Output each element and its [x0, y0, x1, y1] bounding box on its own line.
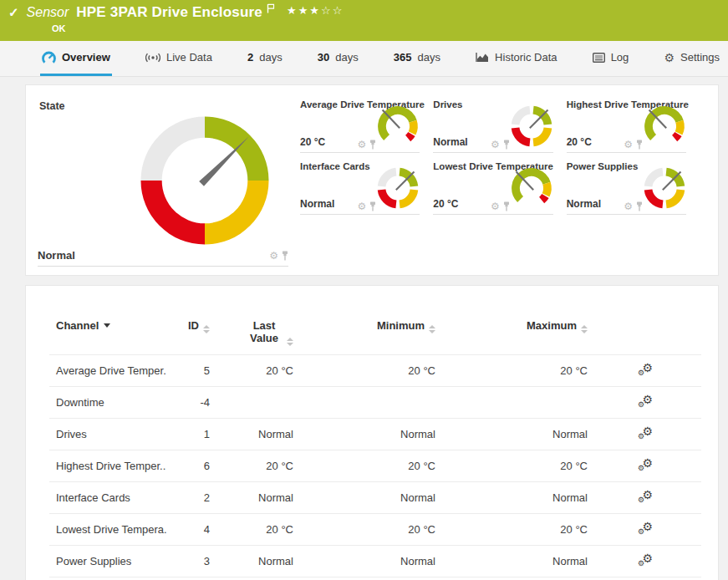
channel-settings-icon[interactable]: ⚙⚙	[638, 521, 653, 535]
channel-id: 4	[166, 514, 216, 546]
channels-panel: Channel ID Last Value Minimum Maximum Av…	[25, 285, 719, 580]
channel-id: -4	[166, 387, 216, 419]
pin-icon[interactable]	[369, 140, 376, 150]
pin-icon[interactable]	[503, 140, 510, 150]
small-gauges-grid: Average Drive Temperature 20 °C ⚙ Drives	[300, 97, 686, 267]
channel-settings-icon[interactable]: ⚙⚙	[638, 363, 653, 376]
column-header-minimum[interactable]: Minimum	[300, 316, 442, 355]
gauge-label: State	[39, 100, 65, 112]
tab-overview[interactable]: Overview	[40, 41, 112, 76]
object-kind-label: Sensor	[27, 5, 69, 20]
gauge-cell-drives: Drives Normal ⚙	[433, 97, 552, 153]
channel-maximum: Normal	[442, 482, 594, 514]
channel-last-value: 20 °C	[216, 514, 300, 546]
table-row: Lowest Drive Tempera... 4 20 °C 20 °C 20…	[49, 514, 701, 546]
channel-name: Drives	[49, 419, 166, 450]
tab-live-data[interactable]: Live Data	[144, 41, 214, 76]
sort-icon	[203, 325, 210, 333]
pin-icon[interactable]	[282, 251, 288, 261]
gear-icon[interactable]: ⚙	[358, 140, 367, 150]
channel-last-value: Normal	[216, 546, 300, 577]
pin-icon[interactable]	[503, 201, 510, 211]
temperature-gauge	[510, 166, 553, 210]
gauge-icon	[42, 51, 56, 64]
gear-icon[interactable]: ⚙	[269, 251, 278, 261]
temperature-gauge	[376, 104, 420, 148]
channel-settings-icon[interactable]: ⚙⚙	[638, 490, 653, 503]
channel-settings-icon[interactable]: ⚙⚙	[638, 394, 653, 408]
channel-minimum: Normal	[300, 546, 442, 577]
gear-icon[interactable]: ⚙	[624, 140, 633, 150]
channel-last-value: 20 °C	[216, 450, 300, 482]
broadcast-icon	[145, 52, 160, 64]
gauge-value: Normal	[300, 198, 334, 210]
gauge-value: Normal	[38, 249, 75, 262]
pin-icon[interactable]	[636, 201, 643, 211]
tab-settings[interactable]: ⚙ Settings	[662, 41, 721, 76]
gauge-value: 20 °C	[567, 136, 592, 148]
channel-name: Power Supplies	[49, 546, 166, 577]
table-row: State 0 Normal Normal Normal ⚙⚙	[49, 577, 701, 580]
channel-id: 3	[166, 546, 216, 577]
gauges-panel: State Normal ⚙ Average Drive Temperature	[25, 84, 719, 276]
state-gauge	[135, 110, 275, 251]
channel-name: Average Drive Temper...	[49, 355, 166, 387]
gauge-label: Drives	[433, 99, 462, 109]
sort-desc-icon	[104, 323, 110, 328]
channel-minimum: Normal	[300, 419, 442, 450]
channel-settings-icon[interactable]: ⚙⚙	[638, 553, 653, 567]
column-header-id[interactable]: ID	[166, 316, 216, 355]
pin-icon[interactable]	[636, 140, 643, 150]
gauge-label: Interface Cards	[300, 161, 370, 171]
gear-icon[interactable]: ⚙	[491, 140, 500, 150]
channel-settings-icon[interactable]: ⚙⚙	[638, 426, 653, 440]
gear-icon[interactable]: ⚙	[491, 201, 500, 211]
gauge-cell-state: State Normal ⚙	[38, 94, 288, 267]
gear-icon[interactable]: ⚙	[624, 201, 633, 211]
tab-2-days[interactable]: 2 days	[246, 41, 284, 76]
channel-last-value: 20 °C	[216, 355, 300, 387]
table-row: Downtime -4 ⚙⚙	[49, 387, 701, 419]
gauge-value: Normal	[433, 136, 467, 148]
priority-stars[interactable]: ★★★☆☆	[287, 4, 344, 17]
channel-id: 6	[166, 450, 216, 482]
quadrant-gauge	[376, 166, 420, 210]
gauge-value: 20 °C	[433, 198, 458, 210]
channel-maximum: 20 °C	[442, 450, 594, 482]
sort-icon	[581, 325, 588, 333]
channel-id: 0	[166, 577, 216, 580]
temperature-gauge	[643, 104, 686, 148]
column-header-maximum[interactable]: Maximum	[442, 316, 594, 355]
tab-365-days[interactable]: 365 days	[392, 41, 442, 76]
channel-maximum: Normal	[442, 577, 594, 580]
tab-30-days[interactable]: 30 days	[316, 41, 360, 76]
sensor-header: ✓ Sensor HPE 3PAR Drive Enclosure ★★★☆☆ …	[0, 0, 728, 41]
table-row: Interface Cards 2 Normal Normal Normal ⚙…	[49, 482, 701, 514]
channel-maximum: Normal	[442, 419, 594, 450]
channel-maximum	[442, 387, 594, 419]
tab-log[interactable]: Log	[591, 41, 631, 76]
gauge-cell-power-supplies: Power Supplies Normal ⚙	[567, 159, 686, 215]
channel-name: Highest Drive Temper...	[49, 450, 166, 482]
sensor-title: HPE 3PAR Drive Enclosure	[76, 4, 262, 21]
priority-flag-icon[interactable]	[267, 2, 275, 17]
column-header-last-value[interactable]: Last Value	[216, 316, 300, 355]
pin-icon[interactable]	[369, 201, 376, 211]
channel-minimum: 20 °C	[300, 450, 442, 482]
channel-last-value: Normal	[216, 482, 300, 514]
gear-icon[interactable]: ⚙	[358, 201, 367, 211]
channel-name: Lowest Drive Tempera...	[49, 514, 166, 546]
column-header-channel[interactable]: Channel	[49, 316, 166, 355]
channel-settings-icon[interactable]: ⚙⚙	[638, 458, 653, 471]
channel-maximum: 20 °C	[442, 355, 594, 387]
channel-maximum: Normal	[442, 546, 594, 577]
tab-historic-data[interactable]: Historic Data	[474, 41, 558, 76]
log-icon	[593, 53, 605, 63]
channel-id: 5	[166, 355, 216, 387]
sort-icon	[287, 338, 293, 346]
channel-id: 1	[166, 419, 216, 450]
gauge-cell-interface-cards: Interface Cards Normal ⚙	[300, 159, 420, 215]
channel-last-value	[216, 387, 300, 419]
quadrant-gauge	[643, 166, 686, 210]
column-header-actions	[594, 316, 701, 355]
